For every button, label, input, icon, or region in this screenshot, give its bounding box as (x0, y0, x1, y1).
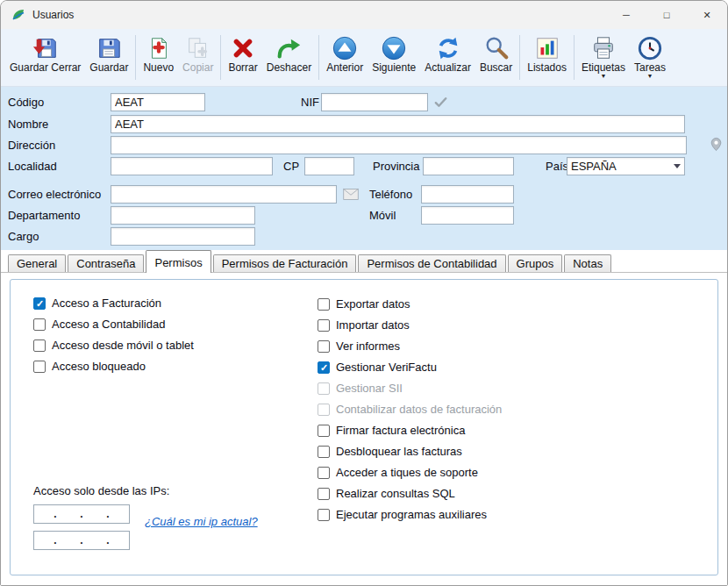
search-button[interactable]: Buscar (475, 31, 517, 86)
next-icon (381, 33, 407, 62)
checkbox-label: Importar datos (336, 318, 410, 332)
checkbox-contabilizar-datos-facturacion[interactable]: Contabilizar datos de facturación (318, 403, 502, 416)
labels-button[interactable]: Etiquetas ▼ (577, 31, 630, 86)
checkbox-acceso-bloqueado[interactable]: Acceso bloqueado (33, 360, 146, 373)
button-label: Borrar (228, 62, 257, 74)
previous-button[interactable]: Anterior (322, 31, 368, 86)
checkbox-firmar-factura-electronica[interactable]: Firmar factura electrónica (318, 424, 465, 437)
tab-permisos-facturacion[interactable]: Permisos de Facturación (213, 254, 357, 273)
checkbox-label: Acceso desde móvil o tablet (52, 339, 194, 352)
whats-my-ip-link[interactable]: ¿Cuál es mi ip actual? (145, 515, 258, 528)
movil-label: Móvil (369, 206, 396, 225)
pais-select[interactable]: ESPAÑA (567, 157, 685, 175)
checkbox-label: Gestionar SII (336, 382, 403, 395)
tab-permisos-contabilidad[interactable]: Permisos de Contabilidad (358, 254, 505, 273)
checkbox-desbloquear-facturas[interactable]: Desbloquear las facturas (318, 445, 462, 458)
checkbox-box (318, 446, 330, 458)
checkbox-box (33, 318, 46, 331)
save-icon (96, 33, 122, 62)
copy-icon (185, 33, 211, 62)
checkbox-realizar-consultas-sql[interactable]: Realizar consultas SQL (318, 487, 455, 500)
checkbox-acceso-contabilidad[interactable]: Acceso a Contabilidad (33, 318, 165, 331)
save-button[interactable]: Guardar (85, 31, 132, 86)
save-close-button[interactable]: Guardar Cerrar (5, 31, 85, 86)
checkbox-box (318, 404, 330, 416)
checkbox-ejecutar-programas-auxiliares[interactable]: Ejecutar programas auxiliares (318, 508, 487, 521)
window-title: Usuarios (32, 9, 606, 21)
codigo-input[interactable] (111, 93, 205, 111)
checkbox-label: Contabilizar datos de facturación (336, 403, 502, 416)
correo-input[interactable] (111, 185, 337, 204)
tab-contrasena[interactable]: Contraseña (68, 254, 144, 273)
checkbox-gestionar-sii[interactable]: Gestionar SII (318, 382, 403, 395)
checkbox-importar-datos[interactable]: Importar datos (318, 318, 410, 332)
cp-input[interactable] (304, 157, 354, 175)
checkbox-gestionar-verifactu[interactable]: Gestionar VeriFactu (318, 361, 437, 374)
app-icon (11, 8, 25, 22)
checkbox-label: Desbloquear las facturas (336, 445, 462, 458)
checkbox-acceso-movil-tablet[interactable]: Acceso desde móvil o tablet (33, 339, 194, 352)
telefono-input[interactable] (421, 185, 514, 204)
checkbox-box (318, 382, 330, 395)
correo-label: Correo electrónico (8, 185, 101, 204)
button-label: Nuevo (143, 62, 174, 74)
ip-input-2[interactable]: . . . (33, 531, 130, 550)
tab-permisos[interactable]: Permisos (146, 250, 211, 273)
location-pin-icon (709, 137, 724, 152)
cargo-input[interactable] (111, 227, 255, 246)
new-icon (146, 33, 172, 62)
refresh-icon (435, 33, 461, 62)
ip-input-1[interactable]: . . . (33, 504, 130, 524)
departamento-input[interactable] (111, 206, 255, 225)
nif-input[interactable] (321, 93, 428, 111)
checkbox-acceso-facturacion[interactable]: Acceso a Facturación (33, 297, 161, 310)
checkbox-label: Realizar consultas SQL (336, 487, 455, 500)
button-label: Actualizar (425, 62, 471, 74)
tab-general[interactable]: General (8, 254, 66, 273)
check-icon (433, 95, 448, 110)
copy-button[interactable]: Copiar (178, 31, 218, 86)
undo-icon (275, 33, 302, 62)
movil-input[interactable] (421, 206, 514, 225)
checkbox-label: Ver informes (336, 339, 400, 353)
undo-button[interactable]: Deshacer (262, 31, 316, 86)
nombre-input[interactable] (111, 115, 685, 133)
checkbox-box (318, 298, 330, 311)
direccion-input[interactable] (111, 136, 687, 154)
checkbox-box (318, 319, 330, 332)
checkbox-acceder-tiques-soporte[interactable]: Acceder a tiques de soporte (318, 466, 478, 479)
localidad-label: Localidad (8, 157, 57, 175)
checkbox-label: Exportar datos (336, 297, 410, 311)
checkbox-box (318, 509, 330, 521)
delete-button[interactable]: Borrar (224, 31, 261, 86)
close-button[interactable]: ✕ (687, 1, 727, 29)
mail-icon (343, 188, 359, 201)
provincia-input[interactable] (423, 157, 514, 175)
dropdown-caret-icon: ▼ (601, 74, 607, 79)
next-button[interactable]: Siguiente (368, 31, 420, 86)
dropdown-caret-icon: ▼ (647, 74, 653, 79)
checkbox-box (33, 339, 46, 352)
toolbar-separator (220, 35, 221, 80)
button-label: Deshacer (267, 62, 311, 74)
nif-label: NIF (301, 93, 319, 111)
checkbox-exportar-datos[interactable]: Exportar datos (318, 297, 410, 311)
refresh-button[interactable]: Actualizar (420, 31, 475, 86)
toolbar-separator (574, 35, 575, 80)
checkbox-ver-informes[interactable]: Ver informes (318, 339, 400, 353)
printer-icon (590, 33, 617, 62)
checkbox-label: Gestionar VeriFactu (336, 361, 437, 374)
tab-notas[interactable]: Notas (564, 254, 611, 273)
checkbox-box (318, 340, 330, 353)
tasks-button[interactable]: Tareas ▼ (630, 31, 670, 86)
new-button[interactable]: Nuevo (139, 31, 178, 86)
reports-button[interactable]: Listados (523, 31, 571, 86)
direccion-label: Dirección (8, 136, 55, 154)
button-label: Listados (527, 62, 567, 74)
toolbar-separator (519, 35, 520, 80)
minimize-button[interactable]: ─ (606, 1, 646, 29)
localidad-input[interactable] (111, 157, 273, 175)
ip-restriction-label: Acceso solo desde las IPs: (33, 484, 169, 497)
tab-grupos[interactable]: Grupos (508, 254, 563, 273)
maximize-button[interactable]: □ (646, 1, 687, 29)
